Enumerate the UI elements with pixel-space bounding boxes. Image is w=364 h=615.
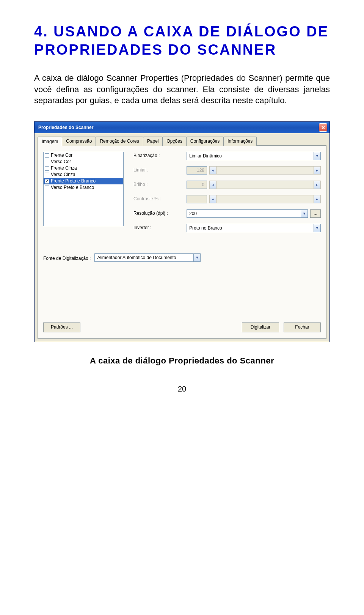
chevron-down-icon[interactable]: ▼ xyxy=(193,254,200,261)
chevron-down-icon[interactable]: ▼ xyxy=(314,152,320,160)
scanner-properties-dialog: Propriedades do Scanner ✕ Imagem Compres… xyxy=(34,121,330,342)
checkbox-icon[interactable] xyxy=(45,153,49,158)
chevron-right-icon[interactable]: ▸ xyxy=(314,181,320,189)
chevron-left-icon[interactable]: ◂ xyxy=(210,195,217,203)
input-limiar: 128 xyxy=(187,166,207,175)
section-heading: 4. USANDO A CAIXA DE DIÁLOGO DE PROPRIED… xyxy=(34,23,330,59)
chevron-right-icon[interactable]: ▸ xyxy=(314,167,320,174)
input-contraste xyxy=(187,195,207,203)
input-brilho: 0 xyxy=(187,181,207,189)
label-fonte: Fonte de Digitalização : xyxy=(43,255,91,261)
label-brilho: Brilho : xyxy=(133,181,183,189)
label-resolucao: Resolução (dpi) : xyxy=(133,209,183,218)
slider-contraste: ◂ ▸ xyxy=(209,195,321,203)
checkbox-icon[interactable] xyxy=(45,186,49,190)
list-item[interactable]: Verso Cor xyxy=(44,159,123,165)
figure-caption: A caixa de diálogo Propriedades do Scann… xyxy=(34,356,330,366)
list-item[interactable]: Verso Preto e Branco xyxy=(44,184,123,191)
tab-informacoes[interactable]: Informações xyxy=(223,137,257,146)
tab-compressao[interactable]: Compressão xyxy=(62,137,96,146)
label-contraste: Contraste % : xyxy=(133,195,183,203)
intro-paragraph: A caixa de diálogo Scanner Properties (P… xyxy=(34,72,330,106)
chevron-right-icon[interactable]: ▸ xyxy=(314,195,320,203)
tab-imagem[interactable]: Imagem xyxy=(38,137,62,146)
combo-inverter[interactable]: Preto no Branco ▼ xyxy=(187,224,321,232)
tab-panel-imagem: Frente Cor Verso Cor Frente Cinza xyxy=(38,145,326,339)
close-icon[interactable]: ✕ xyxy=(319,123,327,132)
list-item[interactable]: Verso Cinza xyxy=(44,171,123,178)
combo-value: Preto no Branco xyxy=(187,224,314,232)
chevron-left-icon[interactable]: ◂ xyxy=(210,181,217,189)
combo-value: Limiar Dinâmico xyxy=(187,152,314,160)
resolution-more-button[interactable]: ... xyxy=(310,209,321,218)
chevron-left-icon[interactable]: ◂ xyxy=(210,167,217,174)
list-item-label: Frente Cinza xyxy=(51,165,77,171)
checkbox-icon[interactable]: ✓ xyxy=(45,179,49,184)
tab-papel[interactable]: Papel xyxy=(143,137,163,146)
label-inverter: Inverter : xyxy=(133,224,183,232)
tab-configuracoes[interactable]: Configurações xyxy=(186,137,224,146)
combo-binarizacao[interactable]: Limiar Dinâmico ▼ xyxy=(187,152,321,160)
scan-button[interactable]: Digitalizar xyxy=(242,322,279,332)
list-item-label: Verso Cor xyxy=(51,159,71,165)
tabstrip: Imagem Compressão Remoção de Cores Papel… xyxy=(38,136,326,146)
checkbox-icon[interactable] xyxy=(45,173,49,177)
chevron-down-icon[interactable]: ▼ xyxy=(314,224,320,232)
page-number: 20 xyxy=(34,385,330,393)
checkbox-icon[interactable] xyxy=(45,166,49,171)
close-button[interactable]: Fechar xyxy=(284,322,321,332)
defaults-button[interactable]: Padrões ... xyxy=(43,322,80,332)
combo-resolucao[interactable]: 200 ▼ xyxy=(187,209,308,218)
titlebar: Propriedades do Scanner ✕ xyxy=(35,122,329,133)
slider-limiar: ◂ ▸ xyxy=(209,166,321,175)
chevron-down-icon[interactable]: ▼ xyxy=(301,210,308,217)
list-item-label: Verso Cinza xyxy=(51,172,75,178)
label-limiar: Limiar . xyxy=(133,166,183,175)
list-item-label: Frente Preto e Branco xyxy=(51,178,96,184)
list-item[interactable]: Frente Cinza xyxy=(44,165,123,171)
checkbox-icon[interactable] xyxy=(45,160,49,164)
dialog-title: Propriedades do Scanner xyxy=(37,125,93,130)
tab-remocao-cores[interactable]: Remoção de Cores xyxy=(96,137,143,146)
combo-fonte[interactable]: Alimentador Automático de Documento ▼ xyxy=(94,253,201,262)
list-item[interactable]: ✓ Frente Preto e Branco xyxy=(44,178,123,184)
list-item[interactable]: Frente Cor xyxy=(44,152,123,159)
list-item-label: Frente Cor xyxy=(51,153,72,158)
image-type-list[interactable]: Frente Cor Verso Cor Frente Cinza xyxy=(43,152,124,226)
combo-value: 200 xyxy=(187,210,301,217)
label-binarizacao: Binarização : xyxy=(133,152,183,160)
list-item-label: Verso Preto e Branco xyxy=(51,185,94,190)
slider-brilho: ◂ ▸ xyxy=(209,181,321,189)
combo-value: Alimentador Automático de Documento xyxy=(95,254,193,261)
tab-opcoes[interactable]: Opções xyxy=(162,137,186,146)
